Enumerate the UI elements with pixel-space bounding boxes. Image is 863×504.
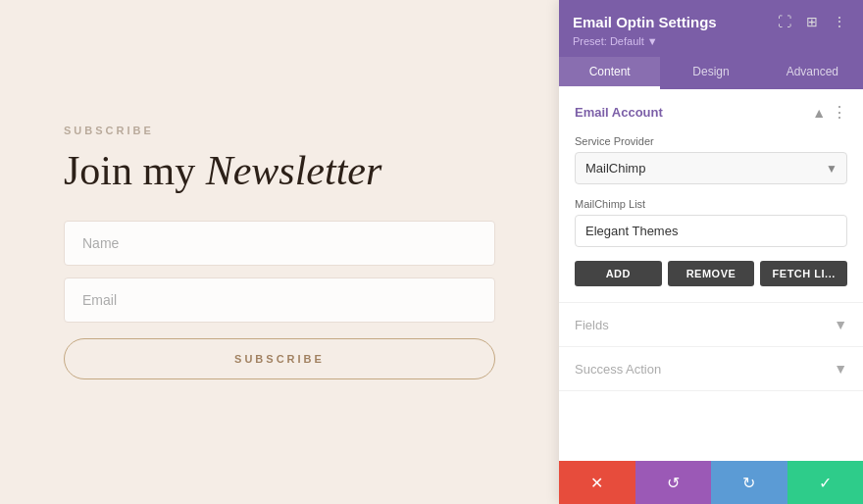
tab-design[interactable]: Design [660, 57, 761, 89]
bottom-toolbar: ✕ ↺ ↻ ✓ [559, 461, 863, 504]
email-input[interactable] [64, 277, 495, 323]
settings-preset[interactable]: Preset: Default ▼ [573, 35, 849, 47]
undo-button[interactable]: ↺ [635, 461, 712, 504]
save-icon: ✓ [819, 474, 832, 492]
subscribe-button[interactable]: SUBSCRIBE [64, 338, 495, 379]
cancel-button[interactable]: ✕ [559, 461, 635, 504]
settings-header: Email Optin Settings ⛶ ⊞ ⋮ Preset: Defau… [559, 0, 863, 57]
tab-content[interactable]: Content [559, 57, 660, 89]
mailchimp-list-label: MailChimp List [575, 198, 847, 210]
settings-title: Email Optin Settings [573, 14, 717, 30]
redo-button[interactable]: ↻ [711, 461, 787, 504]
save-button[interactable]: ✓ [787, 461, 864, 504]
fields-section-title: Fields [575, 318, 609, 332]
service-provider-label: Service Provider [575, 135, 847, 147]
remove-button[interactable]: REMOVE [668, 261, 755, 286]
email-account-section: Email Account ▲ ⋮ Service Provider MailC… [559, 89, 863, 303]
chevron-up-icon: ▲ [812, 105, 826, 121]
subscribe-heading: Join my Newsletter [64, 148, 495, 193]
service-provider-wrapper: MailChimp ▼ [575, 152, 847, 184]
left-panel: SUBSCRIBE Join my Newsletter SUBSCRIBE [0, 0, 559, 504]
fetch-list-button[interactable]: FETCH LI... [760, 261, 847, 286]
email-account-title: Email Account [575, 105, 663, 120]
subscribe-label: SUBSCRIBE [64, 125, 495, 136]
undo-icon: ↺ [667, 474, 680, 492]
redo-icon: ↻ [742, 474, 755, 492]
fields-chevron-icon: ▼ [834, 317, 847, 332]
tabs-row: Content Design Advanced [559, 57, 863, 89]
success-action-title: Success Action [575, 362, 661, 377]
settings-title-row: Email Optin Settings ⛶ ⊞ ⋮ [573, 12, 849, 31]
tab-advanced[interactable]: Advanced [762, 57, 863, 89]
email-account-content: Service Provider MailChimp ▼ MailChimp L… [559, 135, 863, 302]
subscribe-card: SUBSCRIBE Join my Newsletter SUBSCRIBE [64, 125, 495, 379]
email-account-header[interactable]: Email Account ▲ ⋮ [559, 89, 863, 135]
add-button[interactable]: ADD [575, 261, 662, 286]
fullscreen-icon[interactable]: ⛶ [775, 12, 794, 31]
cancel-icon: ✕ [590, 474, 603, 492]
settings-icons: ⛶ ⊞ ⋮ [775, 12, 849, 31]
columns-icon[interactable]: ⊞ [802, 12, 822, 31]
success-action-section[interactable]: Success Action ▼ [559, 347, 863, 391]
button-row: ADD REMOVE FETCH LI... [575, 261, 847, 286]
more-options-icon[interactable]: ⋮ [830, 12, 849, 31]
name-input[interactable] [64, 221, 495, 266]
section-controls: ▲ ⋮ [812, 103, 847, 122]
mailchimp-list-input[interactable] [575, 215, 847, 247]
service-provider-select[interactable]: MailChimp [575, 152, 847, 184]
section-more-icon[interactable]: ⋮ [832, 103, 847, 122]
success-action-chevron-icon: ▼ [834, 361, 847, 377]
settings-body: Email Account ▲ ⋮ Service Provider MailC… [559, 89, 863, 461]
fields-section[interactable]: Fields ▼ [559, 303, 863, 347]
right-panel: Email Optin Settings ⛶ ⊞ ⋮ Preset: Defau… [559, 0, 863, 504]
